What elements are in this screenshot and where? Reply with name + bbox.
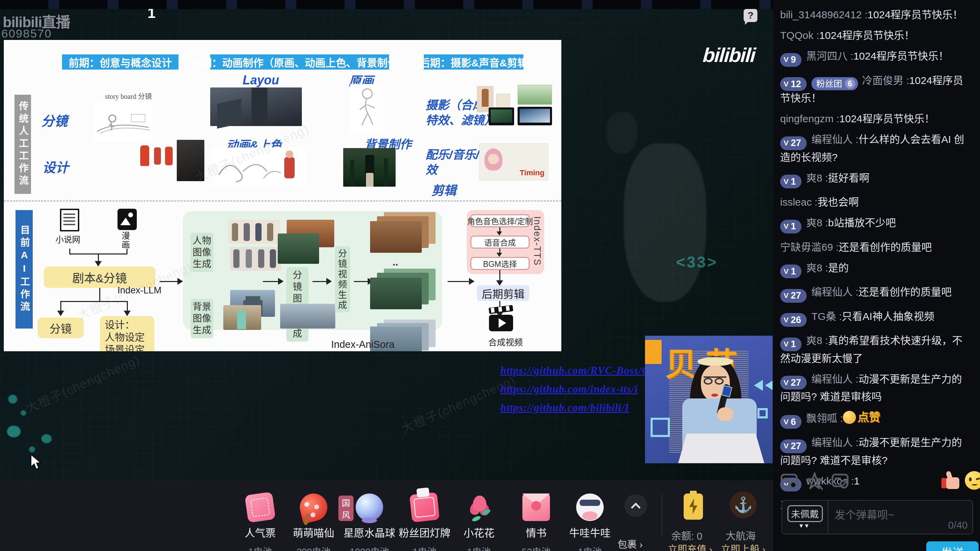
gift-item[interactable]: 牛哇牛哇1电池 <box>562 494 617 551</box>
anisora-label: Index-AniSora <box>331 339 395 350</box>
bilibili-live-page: <33> bilibili直播 6098570 1 ? bilibili 大橙子… <box>0 0 980 551</box>
level-badge-icon: V <box>784 175 789 188</box>
timing-sheet-image: Timing <box>479 143 548 181</box>
phase-header-early: 前期：创意与概念设计 <box>62 54 178 70</box>
chat-text: 1024程序员节快乐！ <box>868 9 963 20</box>
board-ship-link[interactable]: 立即上船 › <box>721 542 765 551</box>
level-badge: V9 <box>780 53 802 67</box>
chat-username[interactable]: TQQok : <box>780 30 819 41</box>
chat-username[interactable]: qingfengzm : <box>780 113 839 124</box>
github-link[interactable]: https://github.com/index-tts/i <box>500 383 638 395</box>
collapse-gift-bar-button[interactable] <box>624 494 647 517</box>
flow-arrow-down <box>57 311 64 316</box>
chat-username[interactable]: 爽8 : <box>806 172 828 184</box>
spray-dot <box>8 395 17 403</box>
chat-username[interactable]: 爽8 : <box>806 262 828 273</box>
anchor-icon: ⚓ <box>730 491 757 518</box>
level-badge-icon: V <box>784 416 789 429</box>
video-frames-stack <box>370 268 439 313</box>
gift-item[interactable]: 情书52电池 <box>509 494 564 551</box>
podium <box>678 433 764 463</box>
level-badge: V27 <box>780 137 807 150</box>
slide-page-number: 1 <box>148 9 156 21</box>
gift-item[interactable]: 国风萌萌喵仙299电池 <box>286 494 341 551</box>
chat-username[interactable]: bili_31448962412 : <box>780 9 868 20</box>
chat-text: 挺好看啊 <box>828 172 869 184</box>
danmaku-placeholder: 发个弹幕呗~ <box>835 506 894 522</box>
background-pixel-text: <33> <box>676 253 718 272</box>
gift-price: 1000电池 <box>342 545 397 551</box>
bilibili-wordmark: bilibili <box>702 43 756 67</box>
github-link[interactable]: https://github.com/bilibili/I <box>500 402 629 414</box>
danmaku-input[interactable]: 发个弹幕呗~ 0/40 <box>828 501 972 534</box>
novel-source-label: 小说网 <box>56 233 80 245</box>
chat-username[interactable]: 飘翎呱 : <box>806 413 843 424</box>
presenter-video-overlay[interactable]: 贝节 <box>645 336 773 463</box>
chat-username[interactable]: 编程仙人 : <box>811 373 859 385</box>
gift-icon-fansign <box>409 492 440 522</box>
gift-icon-ticket <box>245 492 276 523</box>
chat-username[interactable]: 黑河四八 : <box>806 50 854 62</box>
chat-username[interactable]: 爽8 : <box>806 217 828 228</box>
overlay-decor-square <box>757 408 768 418</box>
fan-medal-badge: 粉丝团6 <box>811 77 858 90</box>
chat-message: issleac :我也会啊 <box>780 195 972 209</box>
chat-message: bili_31448962412 :1024程序员节快乐！ <box>780 8 972 22</box>
level-badge-icon: V <box>784 376 789 389</box>
chevron-up-icon <box>631 503 641 513</box>
chat-username[interactable]: 编程仙人 : <box>811 133 859 145</box>
final-video-label: 合成视频 <box>488 335 523 348</box>
emoji-face-icon[interactable] <box>965 471 980 490</box>
gift-price: 1电池 <box>452 545 506 551</box>
level-badge-icon: V <box>784 289 789 302</box>
genga-sketch-image <box>350 84 383 132</box>
chat-text: 动漫不更新是生产力的问题吗? 难道不是审核? <box>780 437 962 466</box>
tts-step-speech-synth: 语音合成 <box>470 235 530 249</box>
gift-name: 牛哇牛哇 <box>562 524 617 540</box>
level-badge-icon: V <box>784 338 789 351</box>
help-icon[interactable]: ? <box>744 9 757 22</box>
chat-username[interactable]: 编程仙人 : <box>811 437 859 448</box>
presenter-mouth <box>711 394 718 397</box>
gift-name: 粉丝团灯牌 <box>397 524 452 540</box>
flow-arrow-right <box>469 278 474 285</box>
like-thumb-icon[interactable] <box>942 471 960 490</box>
live-video-area[interactable]: <33> bilibili直播 6098570 1 ? bilibili 大橙子… <box>0 9 773 480</box>
gift-item[interactable]: 小花花1电池 <box>452 494 506 551</box>
clapperboard-icon <box>487 305 515 333</box>
github-link[interactable]: https://github.com/RVC-Boss/G <box>500 364 650 377</box>
design-box-line: 场景设定 <box>105 344 145 351</box>
recharge-link[interactable]: 立即充值 › <box>668 542 712 551</box>
gift-name: 人气票 <box>232 524 288 540</box>
chat-username[interactable]: 爽8 : <box>806 335 828 346</box>
danmaku-settings-icon[interactable] <box>780 472 798 490</box>
banner-partial-glyph <box>645 340 662 364</box>
flow-line <box>499 270 500 281</box>
flow-line <box>98 254 99 261</box>
package-link[interactable]: 包裹 › <box>617 537 643 551</box>
gift-tag: 国风 <box>338 495 353 521</box>
chat-message: V1爽8 :b站播放不少吧 <box>780 216 972 233</box>
send-button[interactable]: 发送 <box>926 541 978 551</box>
danmaku-block-icon[interactable] <box>831 472 849 490</box>
gift-item[interactable]: 人气票1电池 <box>232 494 288 551</box>
gift-name: 小花花 <box>452 524 506 540</box>
chat-username[interactable]: TG桑 : <box>811 311 842 322</box>
chat-text: 动漫不更新是生产力的问题吗? 难道是审核吗 <box>780 373 962 403</box>
tts-step-voice-select: 角色音色选择/定制 <box>470 214 530 227</box>
chat-username[interactable]: 冷面俊男 : <box>862 75 909 86</box>
chat-username[interactable]: 宁缺毋滥69 : <box>780 241 839 253</box>
chat-text: 是的 <box>828 262 849 273</box>
level-badge-icon: V <box>784 314 789 327</box>
effects-star-icon[interactable] <box>805 471 824 491</box>
flow-line <box>60 301 61 311</box>
chat-username[interactable]: issleac : <box>780 196 817 208</box>
storyboard-sketch-image <box>93 100 152 142</box>
gift-item[interactable]: 粉丝团灯牌1电池 <box>397 494 452 551</box>
fan-medal-selector[interactable]: 未佩戴 ▾▾ <box>782 501 828 534</box>
battery-icon <box>684 494 703 520</box>
level-badge: V26 <box>780 313 807 327</box>
chat-text: 1024程序员节快乐！ <box>853 50 949 62</box>
flow-arrow-down <box>496 232 502 235</box>
chat-username[interactable]: 编程仙人 : <box>811 286 859 297</box>
